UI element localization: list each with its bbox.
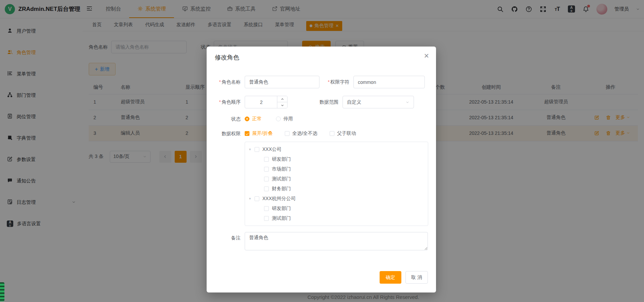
role-order-label: *角色顺序 — [215, 99, 245, 105]
radio-dot — [245, 117, 249, 121]
corner-widget[interactable] — [0, 282, 4, 301]
decrease-button[interactable] — [277, 102, 287, 108]
tree-checkbox[interactable] — [264, 186, 269, 191]
tree-node-label: 市场部门 — [272, 166, 291, 172]
role-key-label: *权限字符 — [319, 79, 353, 85]
tree-node-市场部门[interactable]: 市场部门 — [245, 164, 428, 174]
dialog-title: 修改角色 — [215, 53, 428, 61]
checkbox-label: 全选/全不选 — [292, 130, 317, 137]
role-name-input[interactable] — [245, 76, 319, 88]
department-tree: ▼XXX公司研发部门市场部门测试部门财务部门▼XXX杭州分公司研发部门测试部门 — [245, 142, 428, 226]
dialog-close-icon[interactable]: ✕ — [424, 53, 429, 59]
data-scope-label: 数据范围 — [319, 99, 343, 105]
tree-node-label: 研发部门 — [272, 206, 291, 212]
tree-node-研发部门[interactable]: 研发部门 — [245, 154, 428, 164]
tree-node-label: 财务部门 — [272, 186, 291, 192]
tree-checkbox[interactable] — [264, 167, 269, 172]
role-name-label: *角色名称 — [215, 79, 245, 85]
cancel-button[interactable]: 取 消 — [405, 271, 428, 284]
increase-button[interactable] — [277, 96, 287, 102]
remark-textarea[interactable]: 普通角色 — [245, 232, 428, 250]
checkbox-box — [285, 131, 290, 136]
role-key-input[interactable] — [353, 76, 425, 88]
tree-checkbox[interactable] — [255, 147, 259, 152]
caret-icon[interactable]: ▼ — [248, 148, 255, 151]
radio-dot — [276, 117, 281, 121]
required-mark: * — [219, 99, 221, 105]
data-perm-label: 数据权限 — [215, 131, 245, 137]
app-root: V ZRAdmin.NET后台管理 控制台系统管理系统监控系统工具官网地址 TT… — [0, 0, 644, 302]
tree-checkbox[interactable] — [264, 157, 269, 162]
perm-checkbox-展开/折叠[interactable]: 展开/折叠 — [245, 130, 273, 137]
chevron-down-icon — [405, 100, 410, 104]
tree-checkbox[interactable] — [264, 206, 269, 211]
checkbox-box — [245, 131, 249, 136]
checkbox-label: 父子联动 — [337, 130, 356, 137]
tree-checkbox[interactable] — [264, 216, 269, 221]
status-radio-停用[interactable]: 停用 — [276, 116, 293, 122]
tree-node-测试部门[interactable]: 测试部门 — [245, 213, 428, 223]
checkbox-box — [330, 131, 334, 136]
caret-icon[interactable]: ▼ — [248, 197, 255, 200]
stepper-buttons — [277, 96, 287, 108]
tree-node-XXX公司[interactable]: ▼XXX公司 — [245, 144, 428, 154]
tree-checkbox[interactable] — [264, 177, 269, 181]
perm-checkbox-父子联动[interactable]: 父子联动 — [330, 130, 356, 137]
remark-label: 备注 — [215, 232, 245, 241]
radio-label: 停用 — [283, 116, 293, 122]
radio-label: 正常 — [252, 116, 262, 122]
tree-node-label: 测试部门 — [272, 215, 291, 221]
data-perm-checkbox-group: 展开/折叠全选/全不选父子联动 — [245, 130, 368, 137]
edit-role-form: *角色名称 *权限字符 *角色顺序 2 数据范围 自定义 — [215, 76, 428, 250]
status-label: 状态 — [215, 116, 245, 122]
tree-checkbox[interactable] — [255, 196, 259, 201]
tree-node-label: 研发部门 — [272, 156, 291, 162]
data-scope-select[interactable]: 自定义 — [343, 96, 414, 108]
tree-node-财务部门[interactable]: 财务部门 — [245, 184, 428, 194]
status-radio-group: 正常停用 — [245, 116, 307, 122]
tree-node-测试部门[interactable]: 测试部门 — [245, 174, 428, 184]
confirm-button[interactable]: 确定 — [380, 271, 401, 284]
checkbox-label: 展开/折叠 — [252, 130, 273, 137]
data-scope-value: 自定义 — [347, 99, 361, 105]
required-mark: * — [219, 79, 221, 85]
required-mark: * — [328, 79, 330, 85]
status-radio-正常[interactable]: 正常 — [245, 116, 262, 122]
tree-node-label: XXX公司 — [262, 146, 281, 153]
dialog-footer: 确定 取 消 — [380, 271, 428, 284]
tree-node-label: XXX杭州分公司 — [262, 196, 296, 202]
perm-checkbox-全选/全不选[interactable]: 全选/全不选 — [285, 130, 317, 137]
role-order-stepper[interactable]: 2 — [245, 96, 288, 108]
edit-role-dialog: 修改角色 ✕ *角色名称 *权限字符 *角色顺序 2 数据范围 — [207, 47, 436, 292]
tree-node-研发部门[interactable]: 研发部门 — [245, 203, 428, 213]
tree-node-label: 测试部门 — [272, 176, 291, 182]
tree-node-XXX杭州分公司[interactable]: ▼XXX杭州分公司 — [245, 194, 428, 203]
